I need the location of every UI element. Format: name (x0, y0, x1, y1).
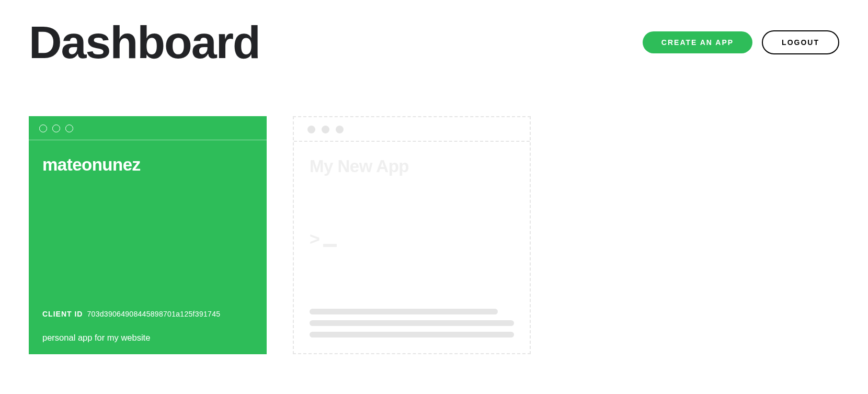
window-dot-icon (322, 126, 329, 133)
placeholder-titlebar (294, 117, 530, 142)
placeholder-lines (310, 309, 514, 337)
placeholder-line-icon (310, 320, 514, 326)
placeholder-app-name: My New App (310, 156, 514, 176)
header: Dashboard CREATE AN APP LOGOUT (29, 16, 839, 69)
create-app-button[interactable]: CREATE AN APP (643, 31, 752, 53)
placeholder-body: My New App > (294, 142, 530, 353)
terminal-prompt-icon: > (310, 229, 514, 249)
client-id-row: CLIENT ID 703d39064908445898701a125f3917… (42, 310, 253, 318)
card-body: mateonunez CLIENT ID 703d390649084458987… (29, 140, 267, 354)
window-dot-icon (336, 126, 344, 133)
card-footer: CLIENT ID 703d39064908445898701a125f3917… (42, 310, 253, 343)
window-dot-icon (65, 125, 73, 132)
new-app-placeholder-card[interactable]: My New App > (293, 116, 531, 354)
card-titlebar (29, 116, 267, 140)
prompt-caret: > (310, 229, 320, 249)
window-dot-icon (39, 125, 47, 132)
client-id-label: CLIENT ID (42, 310, 83, 318)
page-title: Dashboard (29, 16, 260, 69)
logout-button[interactable]: LOGOUT (762, 30, 839, 54)
window-dot-icon (52, 125, 60, 132)
header-actions: CREATE AN APP LOGOUT (643, 30, 839, 54)
placeholder-line-icon (310, 332, 514, 337)
window-dot-icon (307, 126, 315, 133)
apps-grid: mateonunez CLIENT ID 703d390649084458987… (29, 116, 839, 354)
app-description: personal app for my website (42, 333, 253, 343)
client-id-value: 703d39064908445898701a125f391745 (87, 310, 220, 318)
app-name: mateonunez (42, 155, 253, 175)
prompt-cursor-icon (323, 244, 337, 247)
app-card[interactable]: mateonunez CLIENT ID 703d390649084458987… (29, 116, 267, 354)
placeholder-line-icon (310, 309, 498, 314)
